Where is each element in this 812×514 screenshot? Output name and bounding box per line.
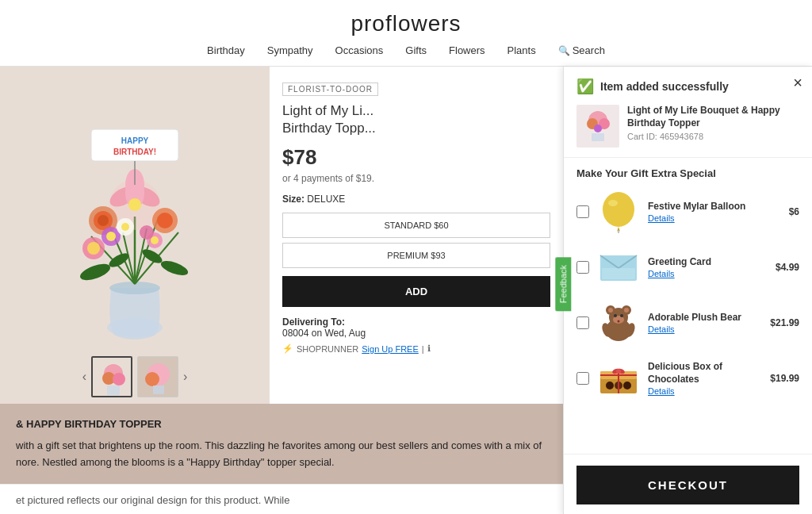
- main-nav: Birthday Sympathy Occasions Gifts Flower…: [0, 44, 812, 66]
- product-description: & HAPPY BIRTHDAY TOPPER with a gift set …: [0, 404, 563, 483]
- svg-point-61: [614, 314, 617, 317]
- svg-point-50: [608, 200, 618, 206]
- product-description-2: et pictured reflects our original design…: [0, 484, 563, 515]
- svg-rect-43: [153, 386, 164, 394]
- upsell-item-bear: Adorable Plush Bear Details $21.99: [576, 300, 799, 346]
- success-message-row: ✅ Item added successfully: [576, 78, 799, 95]
- svg-point-68: [606, 382, 614, 389]
- bear-image: [596, 300, 642, 346]
- svg-point-47: [594, 125, 602, 132]
- svg-point-39: [113, 373, 125, 386]
- balloon-checkbox[interactable]: [576, 205, 589, 218]
- standard-size-button[interactable]: STANDARD $60: [282, 213, 550, 238]
- svg-point-36: [159, 258, 190, 278]
- svg-point-25: [157, 213, 173, 228]
- svg-rect-40: [107, 386, 120, 395]
- chocolate-image: [596, 355, 642, 401]
- size-label: Size: DELUXE: [282, 194, 550, 205]
- feedback-tab[interactable]: Feedback: [555, 257, 571, 311]
- nav-occasions[interactable]: Occasions: [335, 44, 384, 56]
- cart-item-name: Light of My Life Bouquet & Happy Birthda…: [627, 105, 799, 129]
- add-to-cart-button[interactable]: ADD: [282, 276, 550, 307]
- info-icon[interactable]: ℹ: [427, 343, 431, 354]
- product-image-section: HAPPY BIRTHDAY! ‹: [0, 67, 270, 404]
- balloon-price: $6: [789, 206, 799, 217]
- chocolate-details-link[interactable]: Details: [648, 386, 764, 396]
- balloon-details-link[interactable]: Details: [648, 213, 783, 223]
- svg-point-59: [624, 308, 629, 313]
- card-image: [596, 244, 642, 290]
- product-main-image: HAPPY BIRTHDAY!: [16, 79, 254, 351]
- chocolate-info: Delicious Box of Chocolates Details: [648, 361, 764, 395]
- chocolate-price: $19.99: [770, 373, 799, 384]
- svg-rect-53: [602, 268, 635, 279]
- svg-point-62: [620, 314, 623, 317]
- description-text: with a gift set that brightens up the ro…: [16, 438, 547, 471]
- close-button[interactable]: ×: [793, 75, 802, 90]
- search-icon: 🔍: [558, 45, 570, 56]
- svg-point-49: [603, 192, 634, 227]
- success-icon: ✅: [576, 78, 594, 95]
- cart-item-info: Light of My Life Bouquet & Happy Birthda…: [627, 105, 799, 141]
- svg-rect-48: [592, 133, 604, 141]
- svg-point-19: [98, 215, 109, 226]
- cart-item-image: [576, 105, 619, 148]
- upsell-item-balloon: Festive Mylar Balloon Details $6: [576, 189, 799, 235]
- card-info: Greeting Card Details: [648, 256, 769, 278]
- chocolate-checkbox[interactable]: [576, 372, 589, 385]
- card-details-link[interactable]: Details: [648, 269, 769, 278]
- svg-point-23: [106, 232, 116, 241]
- checkout-section: CHECKOUT: [564, 454, 812, 514]
- nav-search-label: Search: [573, 44, 605, 56]
- nav-birthday[interactable]: Birthday: [207, 44, 245, 56]
- bear-name: Adorable Plush Bear: [648, 312, 764, 324]
- svg-point-30: [121, 223, 129, 231]
- product-info: FLORIST-TO-DOOR Light of My Li...Birthda…: [270, 67, 563, 404]
- thumb-next-arrow[interactable]: ›: [183, 370, 187, 384]
- bear-checkbox[interactable]: [576, 316, 589, 329]
- premium-size-button[interactable]: PREMIUM $93: [282, 243, 550, 268]
- nav-flowers[interactable]: Flowers: [449, 44, 485, 56]
- florist-badge: FLORIST-TO-DOOR: [282, 82, 378, 96]
- checkout-button[interactable]: CHECKOUT: [576, 466, 799, 504]
- flower-svg: HAPPY BIRTHDAY!: [24, 82, 246, 351]
- nav-sympathy[interactable]: Sympathy: [267, 44, 313, 56]
- svg-point-27: [151, 236, 159, 244]
- balloon-info: Festive Mylar Balloon Details: [648, 201, 783, 223]
- svg-text:HAPPY: HAPPY: [121, 136, 149, 145]
- product-page: HAPPY BIRTHDAY! ‹: [0, 67, 563, 514]
- bear-details-link[interactable]: Details: [648, 324, 764, 334]
- description-title: & HAPPY BIRTHDAY TOPPER: [16, 416, 547, 433]
- nav-search[interactable]: 🔍 Search: [558, 44, 605, 56]
- logo: proflowers: [0, 11, 812, 36]
- nav-plants[interactable]: Plants: [508, 44, 536, 56]
- svg-point-28: [140, 225, 154, 240]
- header: proflowers Birthday Sympathy Occasions G…: [0, 0, 812, 67]
- thumbnail-1[interactable]: [91, 356, 132, 397]
- card-price: $4.99: [776, 262, 799, 273]
- shoprunner-icon: ⚡: [282, 343, 293, 354]
- svg-point-58: [608, 308, 613, 313]
- cart-item-id: Cart ID: 465943678: [627, 132, 799, 141]
- product-title: Light of My Li...Birthday Topp...: [282, 102, 550, 137]
- thumbnail-2[interactable]: [137, 356, 178, 397]
- svg-point-21: [87, 242, 100, 255]
- svg-point-75: [616, 369, 621, 374]
- card-checkbox[interactable]: [576, 261, 589, 274]
- svg-point-70: [623, 382, 631, 389]
- bear-price: $21.99: [770, 317, 799, 328]
- cart-header: × ✅ Item added successfully: [564, 67, 812, 158]
- cart-item-row: Light of My Life Bouquet & Happy Birthda…: [576, 105, 799, 148]
- signup-free-link[interactable]: Sign Up FREE: [362, 344, 419, 354]
- upsell-section: Make Your Gift Extra Special Festive Myl…: [564, 158, 812, 454]
- payments-text: or 4 payments of $19.: [282, 173, 550, 184]
- svg-point-35: [78, 261, 112, 284]
- svg-point-42: [145, 372, 159, 386]
- product-price: $78: [282, 145, 550, 170]
- bear-info: Adorable Plush Bear Details: [648, 312, 764, 334]
- shoprunner-badge: ⚡ SHOPRUNNER Sign Up FREE | ℹ: [282, 343, 550, 354]
- success-text: Item added successfully: [600, 80, 729, 93]
- cart-panel: × ✅ Item added successfully: [563, 67, 812, 514]
- thumb-prev-arrow[interactable]: ‹: [82, 370, 86, 384]
- nav-gifts[interactable]: Gifts: [405, 44, 427, 56]
